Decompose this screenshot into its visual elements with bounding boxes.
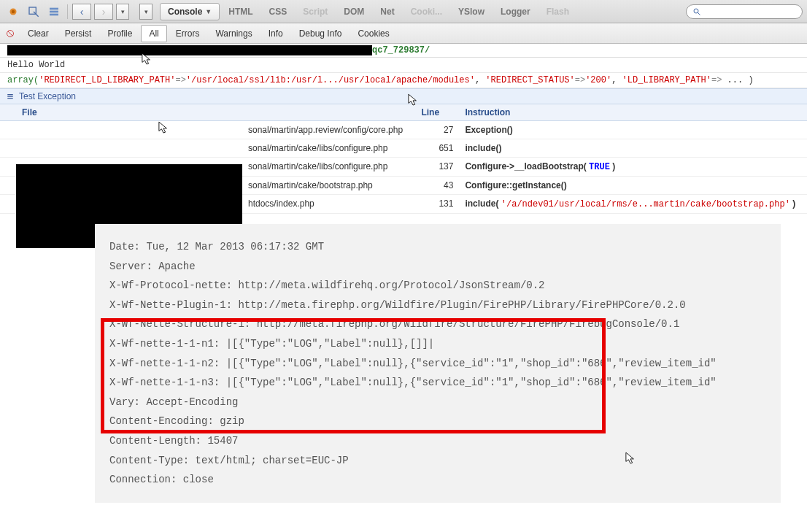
table-row: sonal/martin/app.review/config/core.php2… [0,121,807,139]
tab-console[interactable]: Console ▼ [160,3,220,20]
chevron-down-icon: ▼ [205,8,212,15]
tab-yslow[interactable]: YSlow [451,4,492,20]
line-cell: 43 [415,177,459,195]
panel-icon[interactable] [45,3,63,20]
tab-label: Console [168,7,202,17]
search-icon [692,7,701,16]
file-cell: sonal/martin/cake/libs/configure.php [0,139,415,158]
file-cell: sonal/martin/app.review/config/core.php [0,121,415,139]
header-line: Content-Type: text/html; charset=EUC-JP [109,451,766,471]
exception-header[interactable]: Test Exception [0,88,807,104]
header-line: X-Wf-Nette-Plugin-1: http://meta.firephp… [109,296,766,315]
inspect-icon[interactable] [25,3,42,20]
array-prefix: array( [7,75,39,85]
filter-all-button[interactable]: All [141,25,166,42]
log-array-dump: array('REDIRECT_LD_LIBRARY_PATH'=>'/usr/… [0,73,807,88]
header-line: X-Wf-Protocol-nette: http://meta.wildfir… [109,276,766,296]
line-cell: 137 [415,158,459,177]
tab-css[interactable]: CSS [262,4,295,20]
table-row: sonal/martin/cake/libs/configure.php651i… [0,139,807,158]
header-line: Content-Encoding: gzip [109,412,766,431]
instruction-cell: include( '/a/ndev01/usr/local/rms/e...ma… [459,195,807,214]
header-line: X-Wf-Nette-Structure-1: http://meta.fire… [109,315,766,334]
header-line: Connection: close [109,470,766,490]
svg-rect-4 [50,10,58,12]
header-line: Date: Tue, 12 Mar 2013 06:17:32 GMT [109,237,766,257]
panel-tabs: Console ▼ HTML CSS Script DOM Net Cooki.… [160,3,576,20]
filter-debug-button[interactable]: Debug Info [292,26,350,42]
instruction-cell: include() [459,139,807,158]
persist-button[interactable]: Persist [58,26,99,42]
instruction-cell: Configure::getInstance() [459,177,807,195]
svg-rect-5 [50,13,58,15]
filter-errors-button[interactable]: Errors [169,26,207,42]
line-cell: 651 [415,139,459,158]
instruction-cell: Exception() [459,121,807,139]
exception-icon [6,93,15,100]
search-input[interactable] [686,4,803,19]
header-line: X-Wf-nette-1-1-n2: |[{"Type":"LOG","Labe… [109,354,766,374]
top-toolbar: ‹ › ▾ ▾ Console ▼ HTML CSS Script DOM Ne… [0,0,807,23]
filter-warnings-button[interactable]: Warnings [208,26,259,42]
panel-options-dropdown[interactable]: ▾ [139,4,152,20]
array-v1: '/usr/local/ssl/lib:/usr/l.../usr/local/… [186,75,475,85]
nav-forward-button[interactable]: › [94,4,113,20]
header-line: X-Wf-nette-1-1-n1: |[{"Type":"LOG","Labe… [109,334,766,354]
array-k2: 'REDIRECT_STATUS' [485,75,574,85]
filter-cookies-button[interactable]: Cookies [350,26,396,42]
line-cell: 131 [415,195,459,214]
tab-script[interactable]: Script [296,4,335,20]
svg-point-1 [12,9,15,13]
tab-flash[interactable]: Flash [539,4,576,20]
profile-button[interactable]: Profile [100,26,139,42]
array-k3: 'LD_LIBRARY_PATH' [622,75,711,85]
header-line: X-Wf-nette-1-1-n3: |[{"Type":"LOG","Labe… [109,373,766,393]
response-headers-panel: Date: Tue, 12 Mar 2013 06:17:32 GMTServe… [95,224,781,503]
stop-icon[interactable] [4,28,16,39]
tab-logger[interactable]: Logger [493,4,538,20]
array-v2: '200' [585,75,611,85]
header-line: Vary: Accept-Encoding [109,393,766,412]
col-line: Line [415,104,459,121]
clear-button[interactable]: Clear [20,26,56,42]
col-file: File [0,104,415,121]
col-instruction: Instruction [459,104,807,121]
tab-net[interactable]: Net [373,4,401,20]
url-suffix: qc7_729837/ [372,44,430,57]
separator [67,4,68,19]
redacted-url [7,45,372,55]
svg-rect-3 [50,7,58,9]
tab-html[interactable]: HTML [221,4,260,20]
exception-label: Test Exception [19,91,76,101]
log-hello-world: Hello World [0,58,807,73]
nav-history-dropdown[interactable]: ▾ [116,4,129,20]
filter-info-button[interactable]: Info [261,26,290,42]
request-url-row: qc7_729837/ [0,44,807,58]
console-sub-toolbar: Clear Persist Profile All Errors Warning… [0,23,807,44]
nav-back-button[interactable]: ‹ [72,4,91,20]
instruction-cell: Configure->__loadBootstrap( TRUE ) [459,158,807,177]
header-line: Content-Length: 15407 [109,431,766,451]
line-cell: 27 [415,121,459,139]
array-suffix: ... ) [722,75,753,85]
header-line: Server: Apache [109,257,766,277]
tab-dom[interactable]: DOM [336,4,371,20]
svg-point-6 [694,9,698,13]
firebug-icon[interactable] [4,3,22,20]
array-k1: 'REDIRECT_LD_LIBRARY_PATH' [39,75,175,85]
tab-cookies[interactable]: Cooki... [404,4,449,20]
